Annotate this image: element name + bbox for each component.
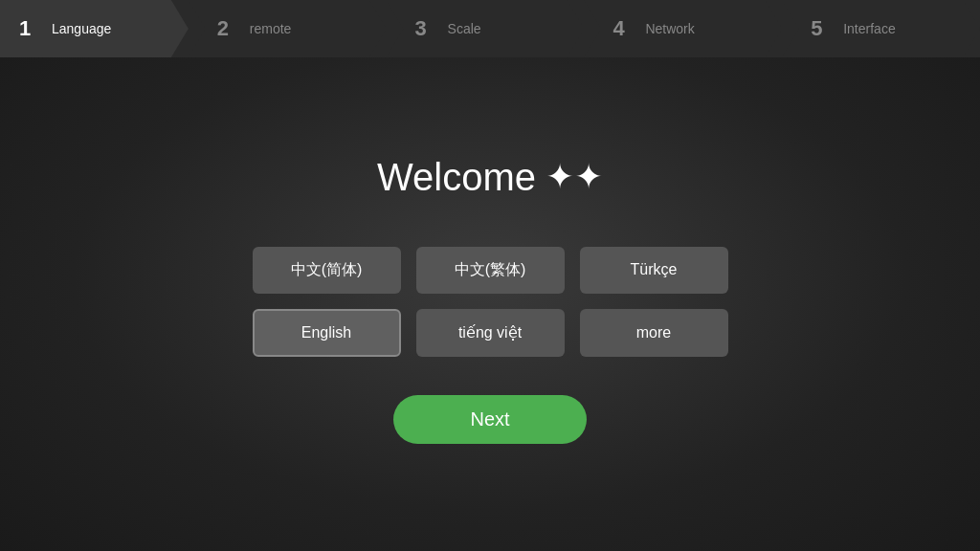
next-button[interactable]: Next [393,395,586,444]
step-1-label: Language [52,21,111,36]
step-4-label: Network [645,21,694,36]
main-content: Welcome ✦✦ 中文(简体) 中文(繁体) Türkçe English … [253,57,728,551]
step-5-number: 5 [811,16,834,41]
welcome-title: Welcome ✦✦ [377,156,603,199]
step-4-network[interactable]: 4 Network [584,0,782,57]
sparkle-icon: ✦✦ [546,157,603,197]
step-3-scale[interactable]: 3 Scale [387,0,585,57]
step-1-number: 1 [19,16,42,41]
step-5-label: Interface [843,21,895,36]
step-2-remote[interactable]: 2 remote [189,0,387,57]
step-3-number: 3 [415,16,438,41]
lang-btn-zh-hant[interactable]: 中文(繁体) [416,247,565,294]
step-2-number: 2 [217,16,240,41]
step-3-label: Scale [448,21,481,36]
step-5-interface[interactable]: 5 Interface [782,0,980,57]
lang-btn-zh-hans[interactable]: 中文(简体) [253,247,401,294]
lang-btn-tr[interactable]: Türkçe [580,247,728,294]
step-4-number: 4 [612,16,635,41]
step-1-language[interactable]: 1 Language [0,0,189,57]
step-bar: 1 Language 2 remote 3 Scale 4 Network 5 … [0,0,980,57]
lang-btn-vi[interactable]: tiếng việt [416,309,565,357]
lang-btn-more[interactable]: more [580,309,728,357]
lang-btn-en[interactable]: English [253,309,401,357]
language-grid: 中文(简体) 中文(繁体) Türkçe English tiếng việt … [253,247,728,357]
welcome-text: Welcome [377,156,536,199]
step-2-label: remote [250,21,292,36]
